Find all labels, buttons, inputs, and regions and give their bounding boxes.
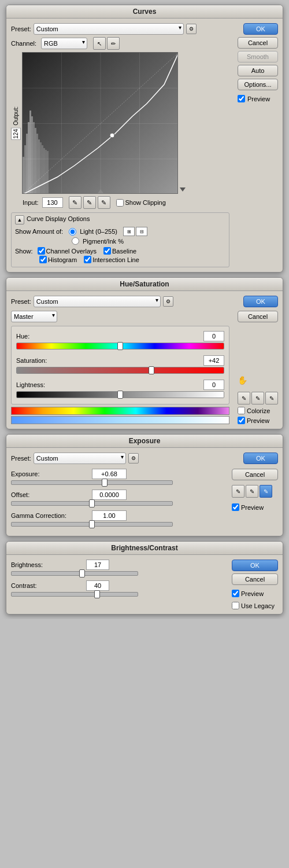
gamma-thumb[interactable] (89, 520, 95, 528)
channel-overlays-checkbox[interactable] (38, 247, 45, 255)
curves-input-value[interactable] (42, 197, 63, 208)
light-thumb[interactable] (117, 391, 123, 399)
hs-colorize-checkbox[interactable] (238, 407, 245, 414)
curves-graph[interactable] (22, 52, 178, 194)
exposure-slider[interactable] (11, 480, 173, 485)
gamma-value[interactable] (92, 510, 127, 521)
exp-eyedrop2[interactable]: ✎ (246, 485, 258, 498)
exp-cancel-button[interactable]: Cancel (232, 469, 278, 480)
bc-use-legacy-checkbox[interactable] (232, 602, 239, 609)
show-label: Show: (15, 248, 33, 255)
sat-slider[interactable] (16, 367, 224, 374)
hs-preset-select[interactable]: Custom (34, 296, 161, 307)
curves-pointer-tool[interactable]: ↖ (93, 37, 106, 50)
hs-title: Hue/Saturation (6, 278, 283, 291)
hs-eyedrop1[interactable]: ✎ (238, 392, 250, 404)
exp-preset-gear[interactable]: ⚙ (128, 453, 139, 464)
curve-display-title: Curve Display Options (27, 215, 90, 222)
sat-thumb[interactable] (149, 366, 154, 374)
bc-preview-checkbox[interactable] (232, 590, 239, 597)
curves-preset-select-wrapper[interactable]: Custom (34, 23, 184, 35)
baseline-checkbox[interactable] (103, 247, 111, 255)
curves-expand-btn[interactable]: ▲ (15, 215, 24, 225)
curves-channel-label: Channel: (11, 40, 36, 47)
hs-preview-checkbox[interactable] (238, 417, 245, 424)
brightness-slider[interactable] (11, 571, 138, 576)
histogram-checkbox[interactable] (39, 256, 47, 263)
light-slider[interactable] (16, 391, 224, 398)
exp-ok-button[interactable]: OK (243, 453, 278, 464)
hue-value[interactable] (203, 331, 224, 341)
svg-rect-14 (35, 128, 36, 194)
brightness-value[interactable] (86, 560, 109, 570)
offset-slider[interactable] (11, 501, 173, 506)
svg-point-23 (110, 133, 114, 138)
offset-value[interactable] (92, 490, 127, 500)
intersection-checkbox[interactable] (84, 256, 91, 263)
exposure-thumb[interactable] (102, 479, 108, 487)
gamma-slider[interactable] (11, 522, 173, 527)
sat-value[interactable] (203, 355, 224, 366)
hs-preset-gear[interactable]: ⚙ (163, 296, 173, 307)
exp-eyedrop3[interactable]: ✎ (260, 485, 272, 498)
hue-saturation-panel: Hue/Saturation Preset: Custom ⚙ OK Maste… (6, 277, 283, 429)
curves-eyedropper3[interactable]: ✎ (98, 196, 110, 209)
bc-cancel-button[interactable]: Cancel (232, 573, 278, 585)
output-value[interactable]: 124 (11, 128, 21, 140)
exp-preset-label: Preset: (11, 455, 31, 462)
exp-eyedrop1[interactable]: ✎ (232, 485, 244, 498)
curves-grid-icon1[interactable]: ⊞ (123, 227, 135, 236)
bc-ok-button[interactable]: OK (232, 560, 278, 571)
curves-ok-button[interactable]: OK (243, 23, 278, 35)
curves-preview-checkbox[interactable] (238, 95, 245, 102)
curves-panel: Curves Preset: Custom ⚙ OK Channel: (6, 5, 283, 273)
curves-preset-select[interactable]: Custom (34, 23, 184, 35)
curves-grid-icon2[interactable]: ⊟ (136, 227, 147, 236)
contrast-label: Contrast: (11, 582, 86, 589)
exp-preset-select[interactable]: Custom (34, 453, 126, 464)
curves-channel-select[interactable]: RGB (41, 38, 87, 49)
intersection-label: Intersection Line (92, 256, 139, 263)
curves-preset-gear[interactable]: ⚙ (186, 24, 197, 34)
curves-smooth-button[interactable]: Smooth (238, 51, 278, 62)
hue-slider[interactable] (16, 343, 224, 350)
exp-preview-checkbox[interactable] (232, 503, 239, 511)
hs-preset-select-wrapper[interactable]: Custom (34, 296, 161, 307)
hs-cancel-button[interactable]: Cancel (238, 311, 278, 322)
exposure-label: Exposure: (11, 470, 92, 477)
contrast-value[interactable] (86, 580, 109, 591)
hs-eyedrop3[interactable]: ✎ (265, 392, 278, 404)
hs-hand-tool[interactable]: ✋ (238, 376, 278, 385)
curves-show-clipping-label: Show Clipping (125, 199, 166, 206)
hs-preview-label: Preview (247, 417, 269, 424)
curves-light-radio[interactable] (69, 228, 76, 236)
contrast-thumb[interactable] (94, 590, 100, 598)
curves-eyedropper1[interactable]: ✎ (69, 196, 81, 209)
curves-pigment-radio[interactable] (72, 237, 79, 245)
curves-auto-button[interactable]: Auto (238, 65, 278, 76)
offset-thumb[interactable] (89, 499, 95, 507)
curves-cancel-button[interactable]: Cancel (238, 37, 278, 49)
exposure-value[interactable] (92, 469, 127, 479)
curves-channel-wrapper[interactable]: RGB (41, 38, 87, 49)
curves-triangle-bottom[interactable] (180, 187, 186, 192)
hs-master-select[interactable]: Master (11, 311, 57, 322)
hs-master-wrapper[interactable]: Master (11, 311, 57, 322)
hs-eyedrop2[interactable]: ✎ (251, 392, 264, 404)
light-value[interactable] (203, 380, 224, 390)
curves-options-button[interactable]: Options... (238, 79, 278, 90)
curves-pencil-tool[interactable]: ✏ (107, 37, 120, 50)
curves-preview-label: Preview (247, 95, 270, 102)
hs-ok-button[interactable]: OK (243, 296, 278, 307)
hue-thumb[interactable] (117, 342, 123, 350)
bc-use-legacy-label: Use Legacy (241, 602, 275, 609)
curves-show-clipping-checkbox[interactable] (116, 199, 124, 207)
svg-rect-15 (36, 134, 38, 194)
curves-eyedropper2[interactable]: ✎ (83, 196, 96, 209)
curves-title: Curves (6, 5, 283, 19)
exp-preset-wrapper[interactable]: Custom (34, 453, 126, 464)
brightness-thumb[interactable] (79, 569, 85, 578)
contrast-slider[interactable] (11, 592, 138, 597)
sat-label: Saturation: (16, 357, 47, 364)
bc-right-buttons: OK Cancel Preview Use Legacy (232, 560, 278, 609)
